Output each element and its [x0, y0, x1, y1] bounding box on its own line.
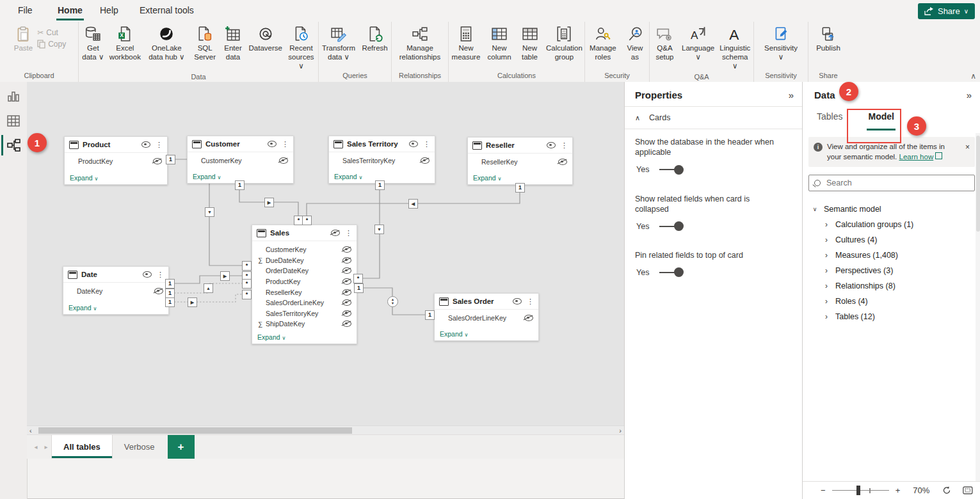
more-options-icon[interactable]: ⋮	[280, 140, 289, 148]
field-row[interactable]: CustomerKey	[252, 244, 357, 255]
expand-link[interactable]: Expand ∨	[70, 174, 98, 182]
visibility-eye-icon[interactable]	[409, 141, 418, 147]
table-card-sales[interactable]: Sales ⋮ CustomerKey ∑DueDateKey OrderDat…	[252, 225, 357, 344]
paste-button[interactable]: Paste	[12, 24, 35, 54]
field-row[interactable]: ProductKey	[65, 156, 167, 167]
tree-item-roles[interactable]: ›Roles (4)	[803, 294, 980, 309]
field-row[interactable]: OrderDateKey	[252, 265, 357, 276]
zoom-in-icon[interactable]: +	[896, 486, 901, 495]
expand-link[interactable]: Expand ∨	[334, 173, 362, 180]
hidden-eye-icon[interactable]	[342, 278, 351, 285]
more-options-icon[interactable]: ⋮	[344, 229, 352, 237]
enter-data-button[interactable]: Enter data	[220, 24, 247, 63]
expand-link[interactable]: Expand ∨	[440, 330, 468, 338]
close-banner-icon[interactable]: ×	[965, 142, 970, 162]
cut-button[interactable]: ✂Cut	[37, 28, 66, 37]
expand-link[interactable]: Expand ∨	[257, 333, 285, 341]
hidden-eye-icon[interactable]	[154, 288, 163, 294]
tree-item-perspectives[interactable]: ›Perspectives (3)	[803, 263, 980, 278]
visibility-eye-icon[interactable]	[268, 141, 277, 147]
qa-setup-button[interactable]: Q&A setup	[650, 24, 680, 63]
linguistic-schema-button[interactable]: A Linguistic schema ∨	[716, 24, 753, 72]
hidden-eye-icon[interactable]	[342, 299, 351, 306]
layout-tab-verbose[interactable]: Verbose	[113, 435, 166, 459]
scrollbar-thumb[interactable]	[38, 427, 352, 434]
panel-scrollbar[interactable]	[976, 133, 980, 481]
copy-button[interactable]: Copy	[37, 40, 66, 49]
horizontal-scrollbar[interactable]: ‹ ›	[27, 425, 624, 435]
field-row[interactable]: ∑ShipDateKey	[252, 319, 357, 329]
table-view-button[interactable]	[0, 109, 27, 133]
hidden-eye-icon[interactable]	[342, 267, 351, 274]
new-measure-button[interactable]: New measure	[449, 24, 483, 63]
tab-next-icon[interactable]: ▸	[41, 435, 51, 459]
scroll-left-icon[interactable]: ‹	[29, 426, 32, 435]
expand-link[interactable]: Expand ∨	[193, 173, 221, 180]
recent-sources-button[interactable]: Recent sources ∨	[284, 24, 318, 72]
field-row[interactable]: ResellerKey	[252, 287, 357, 297]
new-table-button[interactable]: New table	[515, 24, 544, 63]
tree-item-measures[interactable]: ›Measures (1,408)	[803, 248, 980, 263]
cards-section-header[interactable]: ∧ Cards	[625, 107, 803, 129]
tree-item-cultures[interactable]: ›Cultures (4)	[803, 232, 980, 248]
more-options-icon[interactable]: ⋮	[154, 141, 163, 149]
menu-help[interactable]: Help	[96, 0, 122, 21]
field-row[interactable]: CustomerKey	[188, 155, 293, 166]
menu-file[interactable]: File	[14, 0, 36, 21]
toggle-switch[interactable]	[659, 267, 684, 277]
visibility-eye-icon[interactable]	[143, 271, 152, 278]
zoom-slider[interactable]	[832, 486, 889, 495]
onelake-data-hub-button[interactable]: OneLake data hub ∨	[143, 24, 191, 63]
hidden-eye-icon[interactable]	[421, 157, 430, 164]
search-box[interactable]	[808, 175, 975, 191]
tree-item-calculation-groups[interactable]: ›Calculation groups (1)	[803, 217, 980, 232]
field-row[interactable]: SalesOrderLineKey	[435, 313, 538, 324]
fit-to-screen-icon[interactable]	[963, 486, 973, 495]
tab-prev-icon[interactable]: ◂	[31, 435, 41, 459]
share-button[interactable]: Share ∨	[918, 3, 975, 19]
field-row[interactable]: SalesTerritoryKey	[329, 155, 435, 166]
table-card-sales-order[interactable]: Sales Order ⋮ SalesOrderLineKey Expand ∨	[434, 293, 539, 341]
collapse-panel-icon[interactable]: »	[967, 90, 972, 100]
report-view-button[interactable]	[0, 84, 27, 109]
dataverse-button[interactable]: Dataverse	[246, 24, 284, 54]
zoom-slider-thumb[interactable]	[856, 486, 860, 495]
tree-item-tables[interactable]: ›Tables (12)	[803, 309, 980, 324]
get-data-button[interactable]: Get data ∨	[79, 24, 108, 63]
manage-roles-button[interactable]: Manage roles	[585, 24, 621, 63]
hidden-eye-icon[interactable]	[342, 257, 351, 264]
hidden-eye-icon[interactable]	[342, 321, 351, 327]
visibility-eye-icon[interactable]	[513, 298, 522, 305]
toggle-switch[interactable]	[659, 221, 684, 231]
collapse-ribbon-icon[interactable]: ∧	[970, 72, 976, 81]
table-card-product[interactable]: Product ⋮ ProductKey Expand ∨	[64, 136, 168, 185]
sql-server-button[interactable]: SQL Server	[191, 24, 220, 63]
hidden-eye-icon[interactable]	[558, 159, 567, 165]
visibility-eye-icon[interactable]	[547, 142, 556, 148]
tab-tables[interactable]: Tables	[815, 109, 844, 132]
model-view-button[interactable]	[0, 133, 27, 157]
transform-data-button[interactable]: Transform data ∨	[319, 24, 358, 63]
calculation-group-button[interactable]: Calculation group	[544, 24, 584, 63]
hidden-eye-icon[interactable]	[279, 157, 288, 164]
new-column-button[interactable]: New column	[483, 24, 515, 63]
hidden-eye-icon[interactable]	[342, 289, 351, 296]
more-options-icon[interactable]: ⋮	[156, 271, 164, 279]
hidden-eye-icon[interactable]	[524, 315, 533, 321]
refresh-button[interactable]: Refresh	[358, 24, 391, 54]
toggle-switch[interactable]	[659, 165, 684, 175]
expand-link[interactable]: Expand ∨	[473, 174, 501, 182]
field-row[interactable]: DateKey	[63, 286, 168, 297]
field-row[interactable]: ∑DueDateKey	[252, 255, 357, 266]
table-card-reseller[interactable]: Reseller ⋮ ResellerKey Expand ∨	[467, 137, 573, 185]
tree-item-relationships[interactable]: ›Relationships (8)	[803, 278, 980, 294]
hidden-eye-icon[interactable]	[342, 246, 351, 253]
table-card-date[interactable]: Date ⋮ DateKey Expand ∨	[63, 266, 169, 315]
manage-relationships-button[interactable]: Manage relationships	[392, 24, 447, 63]
field-row[interactable]: ProductKey	[252, 276, 357, 287]
learn-how-link[interactable]: Learn how	[899, 153, 934, 161]
sensitivity-button[interactable]: Sensitivity ∨	[760, 24, 802, 63]
expand-link[interactable]: Expand ∨	[68, 304, 97, 312]
layout-tab-all-tables[interactable]: All tables	[51, 435, 113, 459]
menu-external-tools[interactable]: External tools	[136, 0, 198, 21]
